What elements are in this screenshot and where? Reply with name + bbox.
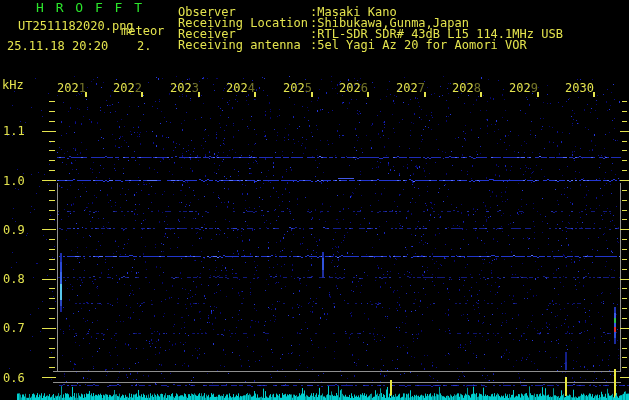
freq-major-tick <box>620 180 629 181</box>
freq-minor-tick <box>622 200 627 201</box>
freq-minor-tick <box>622 121 627 122</box>
freq-major-tick <box>620 328 629 329</box>
time-label: 2026 <box>339 82 368 94</box>
time-label: 2025 <box>283 82 312 94</box>
freq-minor-tick <box>622 210 627 211</box>
freq-minor-tick <box>622 308 627 309</box>
freq-minor-tick <box>49 190 55 191</box>
freq-major-tick <box>42 328 56 329</box>
freq-minor-tick <box>622 298 627 299</box>
time-tick <box>198 92 200 97</box>
freq-minor-tick <box>49 338 55 339</box>
freq-minor-tick <box>622 318 627 319</box>
khz-unit-label: kHz <box>2 79 24 91</box>
time-tick <box>367 92 369 97</box>
filename-label: UT2511182020.png <box>18 20 134 32</box>
time-label: 2030 <box>565 82 594 94</box>
time-tick <box>480 92 482 97</box>
freq-minor-tick <box>49 269 55 270</box>
time-label: 2022 <box>113 82 142 94</box>
freq-minor-tick <box>49 348 55 349</box>
time-label: 2029 <box>509 82 538 94</box>
freq-minor-tick <box>49 200 55 201</box>
info-label: Receiving antenna <box>178 39 301 51</box>
freq-minor-tick <box>49 259 55 260</box>
freq-label: 0.9 <box>3 224 25 236</box>
freq-minor-tick <box>622 160 627 161</box>
freq-major-tick <box>42 279 56 280</box>
freq-minor-tick <box>49 160 55 161</box>
time-tick <box>311 92 313 97</box>
freq-label: 0.8 <box>3 273 25 285</box>
freq-label: 0.7 <box>3 322 25 334</box>
freq-major-tick <box>620 131 629 132</box>
freq-label: 1.1 <box>3 125 25 137</box>
time-label: 2027 <box>396 82 425 94</box>
freq-minor-tick <box>49 150 55 151</box>
freq-minor-tick <box>622 190 627 191</box>
freq-minor-tick <box>622 111 627 112</box>
time-label: 2024 <box>226 82 255 94</box>
freq-minor-tick <box>622 101 627 102</box>
freq-major-tick <box>620 377 629 378</box>
time-tick <box>85 92 87 97</box>
time-label: 2028 <box>452 82 481 94</box>
freq-minor-tick <box>49 239 55 240</box>
freq-minor-tick <box>49 141 55 142</box>
freq-minor-tick <box>622 141 627 142</box>
freq-label: 0.6 <box>3 372 25 384</box>
freq-minor-tick <box>622 170 627 171</box>
freq-major-tick <box>42 180 56 181</box>
spectrogram-canvas <box>0 0 629 400</box>
freq-minor-tick <box>49 101 55 102</box>
minute-counter: 2. <box>137 40 151 52</box>
freq-major-tick <box>620 229 629 230</box>
freq-minor-tick <box>49 121 55 122</box>
freq-minor-tick <box>622 239 627 240</box>
time-tick <box>424 92 426 97</box>
time-tick <box>593 92 595 97</box>
freq-minor-tick <box>622 269 627 270</box>
freq-minor-tick <box>622 150 627 151</box>
freq-major-tick <box>42 377 56 378</box>
time-label: 2023 <box>170 82 199 94</box>
time-label: 2021 <box>57 82 86 94</box>
freq-minor-tick <box>622 249 627 250</box>
freq-minor-tick <box>622 367 627 368</box>
freq-minor-tick <box>49 308 55 309</box>
observation-name: meteor <box>121 25 164 37</box>
app-title: H R O F F T <box>36 2 144 14</box>
freq-minor-tick <box>49 111 55 112</box>
freq-minor-tick <box>49 367 55 368</box>
freq-minor-tick <box>622 357 627 358</box>
freq-minor-tick <box>622 288 627 289</box>
info-value: :5el Yagi Az 20 for Aomori VOR <box>310 39 527 51</box>
freq-major-tick <box>620 279 629 280</box>
time-tick <box>537 92 539 97</box>
freq-major-tick <box>42 229 56 230</box>
freq-minor-tick <box>49 288 55 289</box>
freq-minor-tick <box>622 259 627 260</box>
freq-minor-tick <box>49 357 55 358</box>
freq-minor-tick <box>49 210 55 211</box>
freq-label: 1.0 <box>3 175 25 187</box>
freq-minor-tick <box>49 249 55 250</box>
freq-major-tick <box>42 131 56 132</box>
freq-minor-tick <box>49 318 55 319</box>
freq-minor-tick <box>49 219 55 220</box>
freq-minor-tick <box>49 298 55 299</box>
time-tick <box>141 92 143 97</box>
hrofft-window: H R O F F T UT2511182020.png meteor 25.1… <box>0 0 629 400</box>
datetime-label: 25.11.18 20:20 <box>7 40 108 52</box>
freq-minor-tick <box>49 170 55 171</box>
freq-minor-tick <box>622 348 627 349</box>
time-tick <box>254 92 256 97</box>
freq-minor-tick <box>622 219 627 220</box>
freq-minor-tick <box>622 338 627 339</box>
